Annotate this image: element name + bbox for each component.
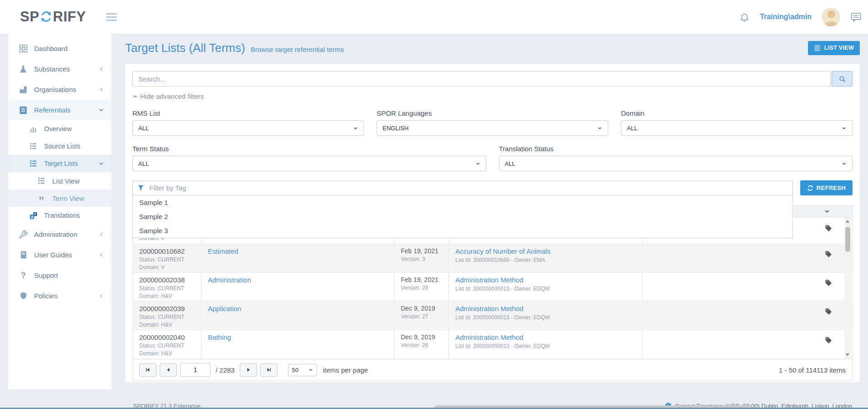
question-mark-icon: ? <box>18 271 28 281</box>
search-icon <box>838 75 846 83</box>
list-view-icon <box>814 45 821 51</box>
list-link[interactable]: Administration Method <box>455 333 523 341</box>
list-link[interactable]: Administration Method <box>455 305 523 312</box>
sidebar-item-substances[interactable]: Substances <box>8 59 111 79</box>
user-menu[interactable]: Training\admin <box>760 13 812 21</box>
previous-page-icon <box>165 367 172 373</box>
term-status-label: Term Status <box>132 145 486 153</box>
translation-status-select[interactable]: ALL <box>499 156 853 171</box>
grid-vertical-scrollbar[interactable] <box>844 218 851 358</box>
term-link[interactable]: Bathing <box>208 333 231 341</box>
chevron-down-icon <box>98 161 104 167</box>
scroll-up-arrow[interactable] <box>846 220 849 223</box>
translation-status-label: Translation Status <box>499 145 853 153</box>
domain-label: Domain <box>621 109 853 117</box>
notifications-bell-icon[interactable] <box>739 12 750 22</box>
chevron-down-icon <box>597 126 602 131</box>
tag-option-sample-3[interactable]: Sample 3 <box>133 224 792 238</box>
chevron-down-icon <box>842 161 847 166</box>
chevron-down-icon <box>308 368 313 372</box>
grid-header-chevron-down-icon[interactable] <box>824 208 830 215</box>
logo-text-prefix: SP <box>20 9 39 25</box>
page-title: Target Lists (All Terms) <box>125 41 245 55</box>
avatar[interactable] <box>822 8 840 26</box>
next-page-icon <box>245 367 252 373</box>
app-logo[interactable]: SP RIFY <box>20 9 86 25</box>
term-status-select[interactable]: ALL <box>132 156 486 171</box>
term-link[interactable]: Estimated <box>208 247 238 255</box>
sidebar-item-referentials[interactable]: Referentials <box>8 100 111 120</box>
search-button[interactable] <box>832 71 853 87</box>
sidebar-item-source-lists[interactable]: Source Lists <box>8 138 111 155</box>
sidebar-item-administration[interactable]: Administration <box>8 224 111 245</box>
list-icon <box>28 158 38 169</box>
sidebar-item-overview[interactable]: Overview <box>8 120 111 138</box>
feedback-chat-icon[interactable] <box>850 11 862 23</box>
page-number-input[interactable] <box>180 363 211 377</box>
chevron-down-icon <box>842 126 847 131</box>
table-row: 200000002038 Status: CURRENT Domain: H&V… <box>133 273 852 302</box>
tag-icon[interactable] <box>825 308 832 315</box>
flask-icon <box>18 64 28 74</box>
domain-select[interactable]: ALL <box>621 120 853 136</box>
sidebar-item-organisations[interactable]: Organisations <box>8 79 111 100</box>
items-range-label: 1 - 50 of 114113 items <box>779 366 846 374</box>
bar-chart-icon <box>28 124 38 134</box>
sidebar-item-user-guides[interactable]: User Guides <box>8 245 111 265</box>
sidebar: Dashboard Substances Organisations Refer… <box>8 34 111 389</box>
menu-toggle-icon[interactable] <box>106 13 117 21</box>
chevron-left-icon <box>98 231 104 237</box>
table-row: 200000002040 Status: CURRENT Domain: H&V… <box>133 330 852 359</box>
previous-page-button[interactable] <box>160 363 177 377</box>
rms-list-select[interactable]: ALL <box>132 120 364 136</box>
tag-icon[interactable] <box>825 337 832 344</box>
first-page-button[interactable] <box>139 363 156 377</box>
sidebar-item-list-view[interactable]: List View <box>8 172 111 189</box>
tag-icon[interactable] <box>825 251 832 258</box>
list-link[interactable]: Administration Method <box>455 276 523 284</box>
scroll-down-arrow[interactable] <box>846 353 849 356</box>
book-icon <box>18 250 28 260</box>
list-view-button[interactable]: LIST VIEW <box>808 41 860 55</box>
sidebar-item-support[interactable]: ? Support <box>8 265 111 286</box>
chevron-down-icon <box>353 126 358 131</box>
chevron-left-icon <box>98 252 104 258</box>
browse-terms-link[interactable]: Browse target referential terms <box>251 46 344 53</box>
top-header: SP RIFY Training\admin <box>0 0 868 34</box>
hide-advanced-filters-toggle[interactable]: Hide advanced filters <box>132 92 204 100</box>
term-link[interactable]: Application <box>208 305 241 312</box>
table-row: 200000002039 Status: CURRENT Domain: H&V… <box>133 302 852 330</box>
page-size-select[interactable]: 50 <box>288 364 317 376</box>
next-page-button[interactable] <box>240 363 257 377</box>
refresh-button[interactable]: REFRESH <box>800 180 853 195</box>
quotes-icon: ” <box>36 193 46 203</box>
scrollbar-thumb[interactable] <box>845 227 850 252</box>
spor-languages-select[interactable]: ENGLISH <box>377 120 608 136</box>
sidebar-item-dashboard[interactable]: Dashboard <box>8 38 111 59</box>
sidebar-item-translations[interactable]: Translations <box>8 207 111 224</box>
search-input[interactable] <box>132 71 831 87</box>
pagination-bar: / 2283 50 items per page 1 - 50 of 11411… <box>133 359 852 380</box>
tag-icon[interactable] <box>825 225 832 232</box>
last-page-button[interactable] <box>260 363 278 377</box>
first-page-icon <box>145 367 151 373</box>
factory-icon <box>18 85 28 95</box>
tag-option-sample-1[interactable]: Sample 1 <box>133 195 792 210</box>
sidebar-item-target-lists[interactable]: Target Lists <box>8 155 111 172</box>
list-link[interactable]: Accuracy of Number of Animals <box>455 247 550 255</box>
chevron-down-icon <box>98 107 104 113</box>
term-link[interactable]: Administration <box>208 276 251 284</box>
logo-text-suffix: RIFY <box>53 9 86 25</box>
sidebar-item-term-view[interactable]: ” Term View <box>8 189 111 207</box>
tag-icon[interactable] <box>825 279 832 286</box>
chevron-down-icon <box>475 161 480 166</box>
filter-by-tag-input[interactable] <box>132 181 793 195</box>
last-page-icon <box>266 367 272 373</box>
page-count-label: / 2283 <box>216 366 235 374</box>
tag-option-sample-2[interactable]: Sample 2 <box>133 210 792 224</box>
chevron-left-icon <box>98 293 104 299</box>
main-content: Target Lists (All Terms) Browse target r… <box>111 34 868 409</box>
sidebar-item-policies[interactable]: Policies <box>8 286 111 306</box>
rms-list-label: RMS List <box>132 109 364 117</box>
translate-icon <box>28 210 38 220</box>
